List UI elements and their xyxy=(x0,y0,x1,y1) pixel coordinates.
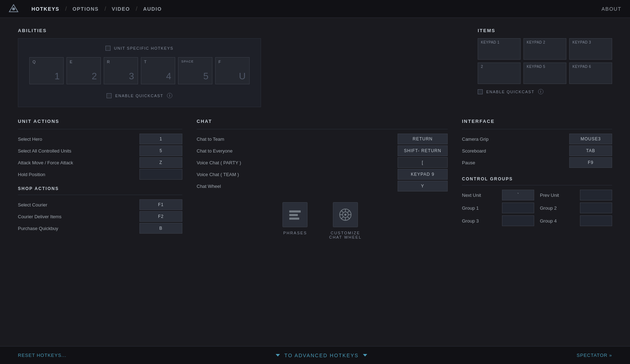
cg-row-g3: Group 3 xyxy=(462,215,534,226)
abilities-quickcast-checkbox[interactable] xyxy=(107,93,112,98)
key-number-1: 1 xyxy=(51,69,63,84)
unit-specific-checkbox[interactable] xyxy=(105,46,110,51)
abilities-section: ABILITIES UNIT SPECIFIC HOTKEYS Q 1 E 2 xyxy=(18,28,261,107)
action-key-0[interactable]: 1 xyxy=(139,134,182,144)
ability-key-1[interactable]: Q 1 xyxy=(29,57,64,84)
chat-key-4[interactable]: Y xyxy=(398,181,448,191)
action-label-2: Attack Move / Force Attack xyxy=(18,160,139,165)
nav-hotkeys[interactable]: HOTKEYS xyxy=(26,6,65,12)
action-key-2[interactable]: Z xyxy=(139,157,182,168)
nav-video[interactable]: VIDEO xyxy=(106,6,136,12)
interface-title: INTERFACE xyxy=(462,119,612,124)
cg-label-g4: Group 4 xyxy=(540,218,557,224)
chat-label-0: Chat to Team xyxy=(197,136,224,142)
chat-row-0: Chat to Team RETURN xyxy=(197,134,448,144)
cg-key-next[interactable]: ` xyxy=(502,190,534,200)
key-modifier-3: R xyxy=(107,60,110,64)
interface-key-1[interactable]: TAB xyxy=(569,145,612,156)
spectator-button[interactable]: SPECTATOR » xyxy=(577,353,612,358)
action-row-2: Attack Move / Force Attack Z xyxy=(18,157,182,168)
abilities-box: UNIT SPECIFIC HOTKEYS Q 1 E 2 R 3 xyxy=(18,38,261,107)
item-key-2[interactable]: KEYPAD 2 xyxy=(523,38,566,60)
interface-key-2[interactable]: F9 xyxy=(569,157,612,168)
interface-label-1: Scoreboard xyxy=(462,148,486,154)
item-key-6[interactable]: KEYPAD 6 xyxy=(569,63,612,84)
cg-key-g4[interactable] xyxy=(580,215,612,226)
shop-actions-title: SHOP ACTIONS xyxy=(18,186,182,191)
items-quickcast-label: ENABLE QUICKCAST xyxy=(486,90,535,94)
item-key-1[interactable]: KEYPAD 1 xyxy=(478,38,521,60)
chat-row-2: Voice Chat ( PARTY ) [ xyxy=(197,157,448,168)
action-key-1[interactable]: 5 xyxy=(139,145,182,156)
key-modifier-4: T xyxy=(144,60,147,64)
ability-key-2[interactable]: E 2 xyxy=(67,57,101,84)
abilities-title: ABILITIES xyxy=(18,28,261,33)
action-key-3[interactable] xyxy=(139,169,182,180)
chat-key-1[interactable]: SHIFT- RETURN xyxy=(398,145,448,156)
cg-row-g2: Group 2 xyxy=(540,203,612,213)
advanced-hotkeys-button[interactable]: TO ADVANCED HOTKEYS xyxy=(67,353,577,358)
logo-icon xyxy=(9,4,19,14)
nav-about[interactable]: ABOUT xyxy=(601,6,621,12)
item-label-5: KEYPAD 5 xyxy=(527,65,545,69)
chat-key-3[interactable]: KEYPAD 9 xyxy=(398,169,448,180)
items-section: ITEMS KEYPAD 1 KEYPAD 2 KEYPAD 3 2 KEYPA… xyxy=(478,28,612,94)
control-groups-title: CONTROL GROUPS xyxy=(462,176,612,181)
item-label-3: KEYPAD 3 xyxy=(572,40,591,44)
svg-line-12 xyxy=(341,210,343,213)
item-key-4[interactable]: 2 xyxy=(478,63,521,84)
key-number-6: U xyxy=(235,69,249,84)
interface-key-0[interactable]: MOUSE3 xyxy=(569,134,612,144)
item-label-2: KEYPAD 2 xyxy=(527,40,545,44)
unit-actions-title: UNIT ACTIONS xyxy=(18,119,182,124)
action-label-1: Select All Controlled Units xyxy=(18,148,139,154)
customize-chat-wheel-button[interactable]: CUSTOMIZE CHAT WHEEL xyxy=(329,202,361,239)
shop-key-2[interactable]: B xyxy=(139,223,182,234)
advanced-hotkeys-label: TO ADVANCED HOTKEYS xyxy=(284,353,359,358)
abilities-quickcast-info[interactable]: i xyxy=(167,93,172,98)
ability-key-4[interactable]: T 4 xyxy=(141,57,175,84)
phrases-button[interactable]: PHRASES xyxy=(282,202,307,239)
control-groups-divider xyxy=(462,185,612,185)
phrases-label: PHRASES xyxy=(283,231,307,235)
nav-audio[interactable]: AUDIO xyxy=(137,6,168,12)
cg-key-g3[interactable] xyxy=(502,215,534,226)
item-key-3[interactable]: KEYPAD 3 xyxy=(569,38,612,60)
shop-label-2: Purchase Quickbuy xyxy=(18,226,139,231)
unit-actions-col: UNIT ACTIONS Select Hero 1 Select All Co… xyxy=(18,119,182,239)
cg-key-prev[interactable] xyxy=(580,190,612,200)
cg-row-g4: Group 4 xyxy=(540,215,612,226)
items-quickcast-info[interactable]: i xyxy=(538,89,543,94)
chat-title: CHAT xyxy=(197,119,448,124)
svg-point-7 xyxy=(344,214,346,216)
shop-key-0[interactable]: F1 xyxy=(139,199,182,210)
chat-key-0[interactable]: RETURN xyxy=(398,134,448,144)
key-number-3: 3 xyxy=(125,69,138,84)
ability-key-3[interactable]: R 3 xyxy=(104,57,138,84)
interface-label-0: Camera Grip xyxy=(462,136,488,142)
interface-row-0: Camera Grip MOUSE3 xyxy=(462,134,612,144)
nav-options[interactable]: OPTIONS xyxy=(67,6,105,12)
reset-hotkeys-button[interactable]: RESET HOTKEYS... xyxy=(18,353,67,358)
phrases-icon xyxy=(282,202,307,227)
cg-row-next: Next Unit ` xyxy=(462,190,534,200)
shop-row-2: Purchase Quickbuy B xyxy=(18,223,182,234)
cg-label-g3: Group 3 xyxy=(462,218,479,224)
chat-row-1: Chat to Everyone SHIFT- RETURN xyxy=(197,145,448,156)
chevron-down-right-icon xyxy=(363,354,367,356)
cg-key-g1[interactable] xyxy=(502,203,534,213)
shop-key-1[interactable]: F2 xyxy=(139,211,182,222)
top-section: ABILITIES UNIT SPECIFIC HOTKEYS Q 1 E 2 xyxy=(18,28,612,107)
cg-key-g2[interactable] xyxy=(580,203,612,213)
unit-specific-label: UNIT SPECIFIC HOTKEYS xyxy=(114,46,173,50)
ability-key-6[interactable]: F U xyxy=(215,57,250,84)
ability-key-5[interactable]: SPACE 5 xyxy=(178,57,212,84)
interface-label-2: Pause xyxy=(462,160,475,165)
items-grid: KEYPAD 1 KEYPAD 2 KEYPAD 3 2 KEYPAD 5 KE… xyxy=(478,38,612,84)
svg-rect-2 xyxy=(289,210,301,213)
chat-key-2[interactable]: [ xyxy=(398,157,448,168)
interface-col: INTERFACE Camera Grip MOUSE3 Scoreboard … xyxy=(462,119,612,239)
items-quickcast-checkbox[interactable] xyxy=(478,89,483,94)
shop-row-1: Courier Deliver Items F2 xyxy=(18,211,182,222)
item-key-5[interactable]: KEYPAD 5 xyxy=(523,63,566,84)
